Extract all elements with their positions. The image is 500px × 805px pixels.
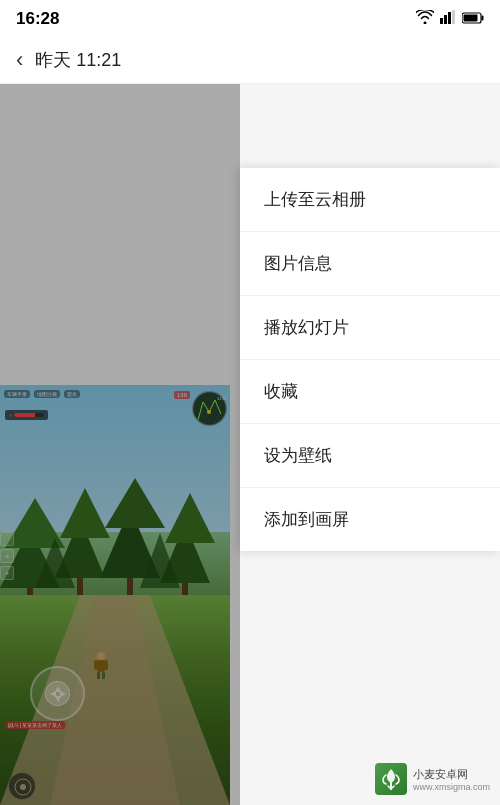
menu-item-add-to-desktop[interactable]: 添加到画屏 [240,488,500,551]
status-time: 16:28 [16,9,59,29]
watermark-main-text: 小麦安卓网 [413,767,490,782]
status-bar: 16:28 [0,0,500,36]
status-icons [416,10,484,28]
battery-icon [462,10,484,28]
svg-rect-3 [452,10,455,24]
menu-item-photo-info[interactable]: 图片信息 [240,232,500,296]
menu-item-favorite[interactable]: 收藏 [240,360,500,424]
back-button[interactable]: ‹ [16,47,23,73]
watermark: 小麦安卓网 www.xmsigma.com [375,763,490,795]
menu-item-upload-cloud[interactable]: 上传至云相册 [240,168,500,232]
watermark-sub-text: www.xmsigma.com [413,782,490,792]
context-menu: 上传至云相册 图片信息 播放幻灯片 收藏 设为壁纸 添加到画屏 [240,168,500,551]
overlay-dim[interactable] [0,84,240,805]
nav-title: 昨天 11:21 [35,48,121,72]
svg-rect-2 [448,12,451,24]
watermark-text: 小麦安卓网 www.xmsigma.com [413,767,490,792]
main-content: 车辆手册 地图注视 盟友 136 11:55 [0,84,500,805]
menu-item-slideshow[interactable]: 播放幻灯片 [240,296,500,360]
svg-rect-6 [482,16,484,21]
svg-rect-0 [440,18,443,24]
svg-rect-1 [444,15,447,24]
svg-rect-5 [464,15,478,22]
menu-item-set-wallpaper[interactable]: 设为壁纸 [240,424,500,488]
nav-bar: ‹ 昨天 11:21 [0,36,500,84]
watermark-logo [375,763,407,795]
wifi-icon [416,10,434,28]
signal-icon [440,10,456,28]
